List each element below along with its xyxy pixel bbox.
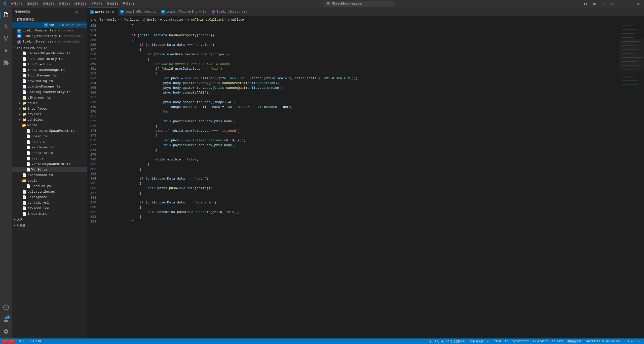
menu-goto[interactable]: 转到(G) (72, 1, 88, 7)
tab-loading-tracker[interactable]: TS LoadingTrackerEntry.ts (159, 8, 209, 16)
tab-loading-manager[interactable]: TS LoadingManager.ts (118, 8, 159, 16)
line-ending-status[interactable]: LF (504, 339, 509, 343)
language-status[interactable]: TypeScript (511, 339, 530, 343)
live-share-status[interactable]: 👁 0 (18, 340, 25, 343)
tree-path-node[interactable]: 📄 PathNode.ts (12, 145, 87, 150)
tree-closest-object-finder[interactable]: 📄 ClosestObjectFinder.ts (12, 51, 87, 56)
menu-run[interactable]: 运行(R) (89, 1, 104, 7)
outline-section[interactable]: ▶ 大纲 (12, 217, 87, 223)
line-content-386: this.paths.push(new Path(child)); (100, 186, 619, 191)
activity-run[interactable] (0, 45, 12, 57)
minimize-button[interactable]: ─ (618, 1, 625, 7)
tree-vehicles-folder[interactable]: ▶ 📁 vehicles (12, 117, 87, 122)
prettier-status[interactable]: ✓ Prettier (623, 339, 642, 343)
menu-file[interactable]: 文件(F) (9, 1, 24, 7)
tree-scenario[interactable]: 📄 Scenario.ts (12, 150, 87, 156)
activity-account[interactable]: 1 (0, 313, 12, 325)
timeline-section[interactable]: ▶ 时间线 (12, 223, 87, 229)
tree-info-stack[interactable]: 📄 InfoStack.ts (12, 62, 87, 67)
line-num-392: 392 (88, 214, 100, 219)
new-file-button[interactable]: ⊞ (75, 10, 79, 15)
split-editor-button[interactable]: ⊟ (630, 9, 635, 15)
tree-path[interactable]: 📄 Path.ts (12, 139, 87, 145)
menu-terminal[interactable]: 终端(I) (105, 1, 120, 7)
tree-interfaces-folder[interactable]: ▶ 📁 interfaces (12, 106, 87, 111)
layout-toggle-icon[interactable]: ⊟ (582, 1, 589, 7)
tab-world-ts[interactable]: TS World.ts ✕ (88, 8, 118, 16)
menu-view[interactable]: 查看(V) (57, 1, 72, 7)
sidebar-right-icon[interactable]: ⊣ (600, 1, 607, 7)
code-line-353: 353 (88, 28, 619, 33)
tab-loading-screen[interactable]: CS loadingScreen.css (209, 8, 250, 16)
open-editor-world-ts[interactable]: ✕ TS World.ts src\ts\world (12, 22, 87, 28)
error-status[interactable]: ⚠ 1 ⚡ 0 (2, 340, 15, 343)
activity-remote[interactable] (0, 301, 12, 313)
tree-ocean[interactable]: 📄 Ocean.ts (12, 134, 87, 139)
open-editor-loading-manager[interactable]: TS LoadingManager.ts src\ts\core (12, 28, 87, 33)
explorer-section[interactable]: ▾ SKETCHBOOK-MASTER (12, 45, 87, 51)
open-editors-section[interactable]: ▾ 打开的编辑器 (12, 16, 87, 22)
menu-select[interactable]: 选择(S) (41, 1, 56, 7)
search-bar[interactable]: 🔍 Sketchbook-master (324, 1, 394, 7)
tree-enums-folder[interactable]: ▶ 📁 enums (12, 100, 87, 106)
activity-source-control[interactable] (0, 33, 12, 45)
tree-favicon[interactable]: 📄 favicon.ico (12, 205, 87, 211)
menu-help[interactable]: 帮助(H) (121, 1, 136, 7)
breadcrumb-world-dir[interactable]: world (107, 18, 116, 22)
breadcrumb-world-class[interactable]: ⬡ World (143, 18, 156, 22)
more-actions-button[interactable]: ⋯ (80, 10, 84, 15)
tree-world-ts[interactable]: 📄 World.ts (12, 167, 87, 172)
code-content[interactable]: 352 } 353 354 if (child.userData.hasOwnP… (88, 23, 619, 338)
cursor-info-status[interactable]: 行 177, 列 65 (已选择40) (428, 339, 467, 343)
tree-ui-manager[interactable]: 📄 UIManager.ts (12, 95, 87, 100)
close-tab-world-ts[interactable]: ✕ (111, 10, 115, 14)
tree-tools-folder[interactable]: ▾ 📂 tools (12, 178, 87, 183)
activity-search[interactable] (0, 21, 12, 33)
zk-reader-status[interactable]: zk-reader (532, 339, 549, 343)
breadcrumb-constructor[interactable]: ⚙ constructor (160, 18, 184, 22)
line-ending-text: LF (505, 340, 508, 343)
tree-info-stack-message[interactable]: 📄 InfoStackMessage.ts (12, 67, 87, 73)
tree-gitignore[interactable]: 📄 .gitignore (12, 194, 87, 200)
tree-path-gen[interactable]: 📄 PathGen.py (12, 183, 87, 189)
tree-gitattributes[interactable]: 📄 .gitattributes (12, 189, 87, 194)
titlebar: 文件(F) 编辑(E) 选择(S) 查看(V) 转到(G) 运行(R) 终端(I… (0, 0, 644, 8)
line-content-387: } (100, 191, 619, 195)
go-live-status[interactable]: Go Live (551, 339, 564, 343)
tree-sky[interactable]: 📄 Sky.ts (12, 156, 87, 161)
tree-sketchbook[interactable]: 📄 sketchbook.ts (12, 172, 87, 178)
tree-function-library[interactable]: 📄 FunctionLibrary.ts (12, 56, 87, 62)
colorize-status[interactable]: Colorize: 3 variables (584, 339, 621, 343)
ts-file-icon: 📄 (26, 134, 30, 139)
tree-physics-folder[interactable]: ▶ 📁 physics (12, 111, 87, 117)
panel-toggle-icon[interactable]: ⊞ (591, 1, 598, 7)
tree-travis[interactable]: 📄 .travis.yml (12, 200, 87, 205)
tree-loading-manager[interactable]: 📄 LoadingManager.ts (12, 84, 87, 89)
maximize-button[interactable]: □ (627, 1, 633, 7)
weixin-status[interactable]: 微微信读书 (566, 339, 582, 343)
activity-settings[interactable] (0, 325, 12, 337)
breadcrumb-world-file[interactable]: ⬡ World.ts (120, 18, 139, 22)
tree-loading-tracker-entry[interactable]: 📄 LoadingTrackerEntry.ts (12, 89, 87, 95)
close-button[interactable]: ✕ (635, 1, 642, 7)
activity-explorer[interactable] (0, 9, 12, 21)
breadcrumb-on-close[interactable]: ⚙ onClose (228, 18, 244, 22)
breadcrumb-ts[interactable]: ts (100, 18, 103, 22)
menu-edit[interactable]: 编辑(E) (25, 1, 40, 7)
open-editor-loading-tracker[interactable]: TS LoadingTrackerEntry.ts src\ts\core (12, 33, 87, 39)
tree-world-folder[interactable]: ▾ 📂 world (12, 122, 87, 128)
tree-key-binding[interactable]: 📄 KeyBinding.ts (12, 78, 87, 84)
cursor-position-status[interactable]: (↕) 170 (28, 340, 42, 343)
open-editor-loading-screen[interactable]: CS loadingScreen.css src\css\modules (12, 39, 87, 45)
tree-index-html[interactable]: 📄 index.html (12, 211, 87, 217)
tree-vehicle-spawn-point[interactable]: 📄 VehicleSpawnPoint.ts (12, 161, 87, 167)
activity-extensions[interactable] (0, 57, 12, 69)
customize-layout-icon[interactable]: ⊡ (609, 1, 616, 7)
more-tabs-button[interactable]: ⋯ (636, 9, 642, 15)
encoding-status[interactable]: UTF-8 (491, 339, 502, 343)
breadcrumb-on-finished-callback[interactable]: ⚙ onFinishedCallback (187, 18, 224, 22)
tree-character-spawn-point[interactable]: 📄 CharacterSpawnPoint.ts (12, 128, 87, 134)
breadcrumb-src[interactable]: src (91, 18, 96, 22)
tab-size-status[interactable]: 制表符长度: 4 (469, 339, 490, 343)
tree-input-manager[interactable]: 📄 InputManager.ts (12, 73, 87, 78)
